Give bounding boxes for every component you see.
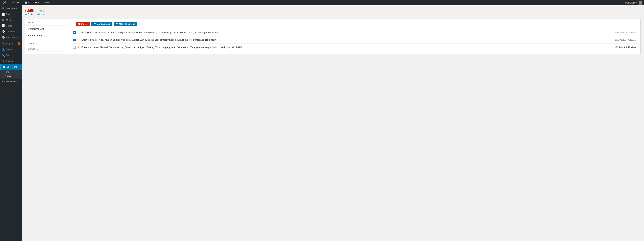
entry3-checkbox[interactable]	[73, 46, 76, 49]
sidebar-item-plugins[interactable]: 🔌 Plugins 2	[0, 40, 22, 46]
table-row: ☆ Enter your name: James, Your email: ma…	[72, 29, 638, 36]
main-content: ChiliFormsv0.2b ✉ Contact developer Form…	[22, 5, 644, 241]
filter-unread[interactable]: Unread (1) 👁	[28, 46, 66, 52]
admin-menu: ⊞ Dashboard 📄 Posts 🖼 Media 📃 Pages 💬 Co…	[0, 5, 22, 241]
envelope-icon: ✉	[25, 13, 27, 16]
admin-avatar[interactable]	[639, 1, 642, 4]
plugins-icon: 🔌	[2, 42, 5, 45]
trash-icon: 🗑	[78, 23, 80, 25]
pages-icon: 📃	[2, 24, 5, 27]
table-row: ☆ Enter your name: Alice, Your email: al…	[72, 36, 638, 44]
adminbar-comments[interactable]: 💬 0	[33, 2, 40, 4]
contact-developer-link[interactable]: ✉ Contact developer	[25, 13, 641, 16]
sidebar-item-dashboard[interactable]: ⊞ Dashboard	[0, 5, 22, 11]
entries-toolbar: 🗑 Delete 👁 Mark as read 👁 Mark as unread	[72, 22, 638, 26]
sidebar-item-pages[interactable]: 📃 Pages	[0, 23, 22, 29]
table-row: ★ Enter your name: Michael, Your email: …	[72, 44, 638, 51]
adminbar-new[interactable]: + New	[43, 2, 51, 4]
updates-icon: 🔄	[25, 2, 27, 4]
entry3-star-icon[interactable]: ★	[77, 46, 80, 49]
wp-logo-button[interactable]	[2, 1, 8, 4]
submenu-entries-label: Entries	[5, 75, 11, 78]
updates-count: 5	[28, 2, 29, 4]
entry1-star-icon[interactable]: ☆	[77, 31, 80, 34]
filter-section: Starred (1) ☆ Unread (1) 👁	[25, 39, 69, 53]
delete-button[interactable]: 🗑 Delete	[76, 22, 90, 26]
sidebar-label-tools: Tools	[6, 54, 11, 56]
submenu-forms-label: Forms	[5, 71, 10, 73]
sidebar-item-tools[interactable]: 🔧 Tools	[0, 52, 22, 58]
settings-icon: ⚙	[2, 60, 5, 62]
submenu-item-forms[interactable]: Forms	[0, 70, 22, 74]
form-quote-label: Request quote (1/3)	[28, 34, 48, 37]
entry2-checkbox[interactable]	[73, 38, 76, 41]
chilliforms-icon: 📋	[2, 65, 5, 68]
starred-label: Starred (1)	[28, 42, 38, 45]
eye-read-icon: 👁	[94, 23, 96, 25]
entry1-text[interactable]: Enter your name: James, Your email: mail…	[82, 31, 614, 34]
forms-panel: Forms: Contact Us (3/4) Request quote (1…	[25, 19, 641, 54]
star-icon: ☆	[64, 42, 66, 45]
entry2-text[interactable]: Enter your name: Alice, Your email: alic…	[82, 38, 614, 41]
plugin-header: ChiliFormsv0.2b ✉ Contact developer	[25, 9, 641, 16]
sidebar-label-media: Media	[6, 19, 12, 21]
plugin-version: v0.2b	[44, 10, 49, 12]
eye-icon: 👁	[64, 48, 66, 50]
entry3-date: 10/24/2016, 4:49:08 AM	[615, 46, 636, 48]
sidebar-label-plugins: Plugins	[6, 42, 13, 45]
howdy-label: Howdy, admin	[624, 2, 637, 4]
entry1-checkbox[interactable]	[73, 31, 76, 34]
entry1-date: 10/24/2016, 4:46:22 AM	[615, 32, 636, 34]
forms-sidebar: Forms: Contact Us (3/4) Request quote (1…	[25, 19, 69, 54]
select-all-checkbox[interactable]	[72, 23, 74, 25]
collapse-icon: ◀	[2, 80, 3, 82]
entry2-date: 10/24/2016, 4:48:28 AM	[615, 39, 636, 41]
new-label: + New	[44, 2, 50, 4]
comments-icon-bar: 💬	[34, 2, 37, 4]
forms-section-label: Forms:	[25, 19, 69, 26]
submenu-item-entries[interactable]: Entries	[0, 74, 22, 78]
collapse-label: Collapse menu	[4, 80, 18, 82]
entry3-text[interactable]: Enter your name: Michael, Your email: my…	[82, 46, 613, 48]
tools-icon: 🔧	[2, 54, 5, 57]
chilliforms-submenu: Forms Entries	[0, 70, 22, 78]
media-icon: 🖼	[2, 18, 5, 22]
sidebar-item-users[interactable]: 👤 Users	[0, 46, 22, 52]
delete-label: Delete	[81, 23, 88, 25]
sidebar-item-comments[interactable]: 💬 Comments	[0, 29, 22, 34]
sidebar-label-dashboard: Dashboard	[6, 7, 17, 10]
form-item-contact[interactable]: Contact Us (3/4)	[25, 26, 69, 32]
mark-as-read-button[interactable]: 👁 Mark as read	[91, 22, 112, 26]
form-contact-label: Contact Us (3/4)	[28, 28, 44, 30]
collapse-menu-button[interactable]: ◀ Collapse menu	[0, 78, 22, 84]
sidebar-item-settings[interactable]: ⚙ Settings	[0, 58, 22, 64]
svg-point-1	[4, 2, 5, 3]
contact-developer-label: Contact developer	[28, 13, 44, 16]
sidebar-label-settings: Settings	[6, 60, 14, 62]
entries-area: 🗑 Delete 👁 Mark as read 👁 Mark as unread	[69, 19, 640, 54]
comments-count: 0	[38, 2, 39, 4]
sidebar-label-users: Users	[6, 48, 12, 50]
form-item-quote[interactable]: Request quote (1/3)	[25, 32, 69, 39]
sidebar-item-appearance[interactable]: 🎨 Appearance	[0, 34, 22, 40]
sidebar-item-media[interactable]: 🖼 Media	[0, 17, 22, 23]
mark-as-unread-button[interactable]: 👁 Mark as unread	[114, 22, 138, 26]
site-name: Forms	[14, 2, 19, 4]
entry2-star-icon[interactable]: ☆	[77, 38, 80, 42]
sidebar-item-posts[interactable]: 📄 Posts	[0, 11, 22, 17]
sidebar-label-appearance: Appearance	[6, 36, 18, 39]
plugin-title-forms: Forms	[33, 9, 44, 13]
admin-bar: ⌂ Forms 🔄 5 💬 0 + New Howdy, admin	[0, 0, 644, 5]
adminbar-updates[interactable]: 🔄 5	[23, 2, 30, 4]
adminbar-site[interactable]: ⌂ Forms	[10, 2, 21, 4]
filter-starred[interactable]: Starred (1) ☆	[28, 40, 66, 46]
posts-icon: 📄	[2, 12, 5, 16]
sidebar-label-pages: Pages	[6, 24, 12, 27]
sidebar-item-chilliforms[interactable]: 📋 ChiliForms	[0, 64, 22, 70]
plugins-badge: 2	[18, 42, 20, 45]
plugin-title-chili: Chili	[25, 9, 33, 13]
sidebar-label-chilliforms: ChiliForms	[7, 66, 17, 68]
users-icon: 👤	[2, 48, 5, 51]
eye-unread-icon: 👁	[116, 23, 118, 25]
mark-read-label: Mark as read	[97, 23, 110, 25]
